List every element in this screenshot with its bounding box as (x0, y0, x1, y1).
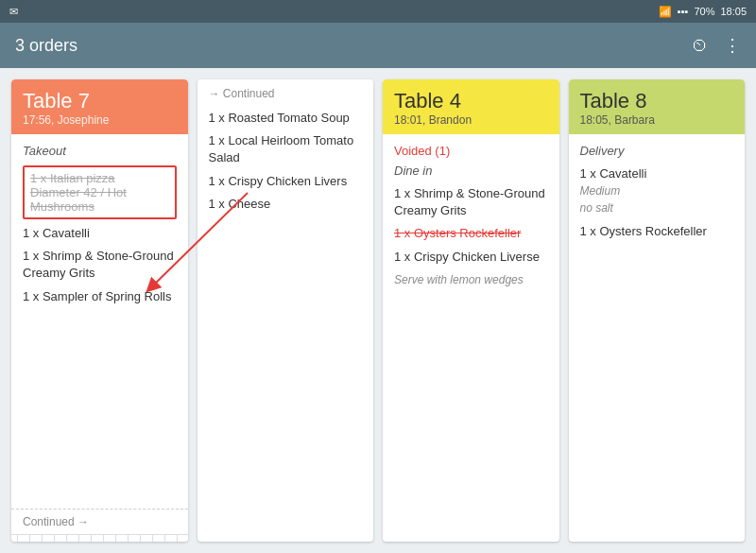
table7-name: Table 7 (23, 89, 177, 113)
item-cavatelli-t8: 1 x Cavatelli Mediumno salt (580, 165, 734, 217)
time-text: 18:05 (720, 6, 747, 17)
continued-bottom-table7: Continued → (11, 509, 188, 534)
item-chicken-liverse: 1 x Crispy Chicken Liverse (394, 249, 548, 266)
item-italian-pizza: 1 x Italian pizza Diameter 42 / Hot Mush… (23, 165, 177, 219)
status-bar-left: ✉ (9, 6, 18, 18)
item-tomato-salad: 1 x Local Heirloom Tomato Salad (209, 132, 363, 166)
card-header-table8: Table 8 18:05, Barbara (569, 79, 746, 134)
table8-time: 18:05, Barbara (580, 113, 734, 127)
wavy-divider (11, 534, 188, 542)
cards-wrapper: Table 7 17:56, Josephine Takeout 1 x Ita… (11, 79, 745, 542)
main-content: Table 7 17:56, Josephine Takeout 1 x Ita… (0, 68, 756, 553)
email-icon: ✉ (9, 6, 18, 18)
table8-order-type: Delivery (580, 144, 734, 158)
card8-body: Delivery 1 x Cavatelli Mediumno salt 1 x… (569, 134, 746, 542)
item-tomato-soup: 1 x Roasted Tomato Soup (209, 110, 363, 127)
card-table7: Table 7 17:56, Josephine Takeout 1 x Ita… (11, 79, 188, 542)
history-icon[interactable]: ⏲ (692, 36, 709, 56)
card4-body: Voided (1) Dine in 1 x Shrimp & Stone-Gr… (383, 134, 559, 542)
battery-text: 70% (694, 6, 714, 17)
item-spring-rolls: 1 x Sampler of Spring Rolls (23, 288, 177, 305)
card-continued-body: 1 x Roasted Tomato Soup 1 x Local Heirlo… (198, 100, 374, 542)
table4-time: 18:01, Brandon (394, 113, 548, 127)
wifi-icon: 📶 (659, 6, 672, 18)
app-bar: 3 orders ⏲ ⋮ (0, 23, 756, 68)
status-bar-right: 📶 ▪▪▪ 70% 18:05 (659, 6, 747, 18)
card-table8: Table 8 18:05, Barbara Delivery 1 x Cava… (569, 79, 746, 542)
table4-name: Table 4 (394, 89, 548, 113)
card-continued: → Continued 1 x Roasted Tomato Soup 1 x … (198, 79, 374, 542)
card-header-table4: Table 4 18:01, Brandon (383, 79, 559, 134)
continued-top-label: → Continued (198, 79, 374, 100)
italian-pizza-subtext: Diameter 42 / Hot Mushrooms (30, 185, 127, 214)
app-bar-actions: ⏲ ⋮ (692, 35, 741, 56)
table7-time: 17:56, Josephine (23, 113, 177, 127)
item-shrimp-grits-t4: 1 x Shrimp & Stone-Ground Creamy Grits (394, 185, 548, 219)
card-header-table7: Table 7 17:56, Josephine (11, 79, 188, 134)
item-shrimp-grits: 1 x Shrimp & Stone-Ground Creamy Grits (23, 248, 177, 282)
italian-pizza-text: 1 x Italian pizza (30, 171, 115, 185)
item-cavatelli: 1 x Cavatelli (23, 225, 177, 242)
cavatelli-subtext: Mediumno salt (580, 184, 621, 215)
more-icon[interactable]: ⋮ (724, 35, 741, 56)
item-chicken-livers: 1 x Crispy Chicken Livers (209, 173, 363, 190)
table8-name: Table 8 (580, 89, 734, 113)
table7-order-type: Takeout (23, 144, 177, 158)
status-bar: ✉ 📶 ▪▪▪ 70% 18:05 (0, 0, 756, 23)
item-cheese: 1 x Cheese (209, 196, 363, 213)
page-title: 3 orders (15, 36, 77, 56)
signal-icon: ▪▪▪ (678, 6, 689, 17)
card-table4: Table 4 18:01, Brandon Voided (1) Dine i… (383, 79, 559, 542)
item-oysters-voided: 1 x Oysters Rockefeller (394, 225, 548, 242)
item-oysters-t8: 1 x Oysters Rockefeller (580, 223, 734, 240)
table4-order-type: Dine in (394, 164, 548, 178)
card7-body: Takeout 1 x Italian pizza Diameter 42 / … (11, 134, 188, 505)
voided-label: Voided (1) (394, 144, 548, 158)
serve-note: Serve with lemon wedges (394, 273, 548, 286)
